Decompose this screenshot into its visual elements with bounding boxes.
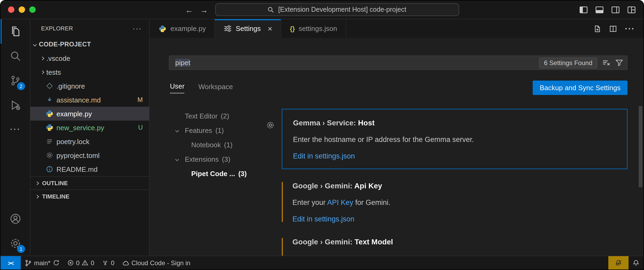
problems-status[interactable]: 0 0 xyxy=(63,256,98,269)
scope-tab-workspace[interactable]: Workspace xyxy=(198,82,233,93)
scope-tab-user[interactable]: User xyxy=(170,82,185,93)
tree-root-code-project[interactable]: CODE-PROJECT xyxy=(30,37,149,51)
python-file-icon xyxy=(45,109,54,118)
clear-search-filters-icon[interactable] xyxy=(602,58,610,67)
file-label: pyproject.toml xyxy=(56,151,100,159)
explorer-title: EXPLORER xyxy=(41,25,73,31)
toc-label: Features xyxy=(185,126,212,134)
tree-file-poetry-lock[interactable]: poetry.lock xyxy=(30,134,149,148)
setting-gear-icon[interactable] xyxy=(266,121,275,132)
more-actions-icon[interactable]: ··· xyxy=(625,24,635,33)
git-branch-status[interactable]: main* xyxy=(21,256,63,269)
timeline-label: TIMELINE xyxy=(42,193,70,200)
file-label: poetry.lock xyxy=(56,137,89,145)
git-status-badge: U xyxy=(138,124,143,131)
tree-file-new-service-py[interactable]: new_service.py U xyxy=(30,121,149,134)
notifications-bell[interactable] xyxy=(629,256,643,269)
root-label: CODE-PROJECT xyxy=(39,41,91,48)
toc-extensions[interactable]: Extensions (3) xyxy=(171,152,273,166)
settings-toc: Text Editor (2) Features (1) Notebook (1… xyxy=(171,109,273,181)
edit-in-settings-json-link[interactable]: Edit in settings.json xyxy=(292,215,617,223)
editor-actions: ··· xyxy=(593,19,643,38)
activity-source-control[interactable]: 2 xyxy=(1,68,30,93)
customize-layout-icon[interactable] xyxy=(627,5,636,14)
open-settings-json-icon[interactable] xyxy=(593,24,601,33)
activity-run-debug[interactable] xyxy=(1,93,30,117)
activity-more[interactable]: ··· xyxy=(1,117,30,142)
run-debug-icon xyxy=(9,99,22,112)
error-count: 0 xyxy=(76,259,79,267)
command-center[interactable]: [Extension Development Host] code-projec… xyxy=(215,3,459,16)
tab-settings[interactable]: Settings × xyxy=(215,19,282,38)
branch-icon xyxy=(25,259,32,267)
go-forward-button[interactable]: → xyxy=(200,6,208,14)
vertical-scrollbar[interactable] xyxy=(639,106,642,187)
split-editor-icon[interactable] xyxy=(609,24,617,33)
explorer-more-actions[interactable]: ··· xyxy=(133,24,142,33)
description-text: Enter your xyxy=(292,198,327,207)
filter-icon[interactable] xyxy=(615,59,623,67)
chevron-down-icon xyxy=(175,157,179,161)
activity-explorer[interactable] xyxy=(1,19,30,44)
source-control-badge: 2 xyxy=(17,82,25,90)
branch-label: main* xyxy=(34,259,50,267)
ports-status[interactable]: 0 xyxy=(98,256,118,269)
folder-label: .vscode xyxy=(46,54,70,62)
close-tab-icon[interactable]: × xyxy=(268,25,272,33)
file-tree: CODE-PROJECT .vscode tests .gitignore as… xyxy=(30,37,149,176)
toc-label: Text Editor xyxy=(185,112,218,120)
minimize-window-button[interactable] xyxy=(19,6,25,13)
tab-example-py[interactable]: example.py xyxy=(150,19,215,38)
cloud-code-status[interactable]: Cloud Code - Sign in xyxy=(118,256,194,269)
activity-search[interactable] xyxy=(1,44,30,68)
tree-folder-vscode[interactable]: .vscode xyxy=(30,51,149,65)
settings-badge: 1 xyxy=(17,245,25,253)
timeline-section-header[interactable]: TIMELINE xyxy=(30,189,149,203)
settings-search-input[interactable]: pipet 6 Settings Found xyxy=(169,55,627,70)
tree-file-gitignore[interactable]: .gitignore xyxy=(30,79,149,93)
warning-icon xyxy=(82,259,89,266)
setting-title: Google › Gemini: Text Model xyxy=(292,237,617,247)
toc-label: Notebook xyxy=(191,141,221,149)
tree-file-readme-md[interactable]: README.md xyxy=(30,162,149,176)
toggle-primary-sidebar-icon[interactable] xyxy=(579,5,588,14)
zoom-window-button[interactable] xyxy=(29,6,36,13)
toc-pipet-code[interactable]: Pipet Code ... (3) xyxy=(171,166,273,181)
activity-bar: 2 ··· 1 xyxy=(1,19,30,256)
close-window-button[interactable] xyxy=(8,6,14,13)
tree-folder-tests[interactable]: tests xyxy=(30,65,149,79)
activity-settings[interactable]: 1 xyxy=(1,231,30,256)
results-count-badge: 6 Settings Found xyxy=(539,57,597,68)
api-key-link[interactable]: API Key xyxy=(327,198,353,207)
do-not-disturb-status[interactable] xyxy=(608,256,629,269)
setting-gemma-service-host[interactable]: Gemma › Service: Host Enter the hostname… xyxy=(282,109,627,169)
toc-notebook[interactable]: Notebook (1) xyxy=(171,138,273,152)
tree-file-pyproject-toml[interactable]: pyproject.toml xyxy=(30,148,149,162)
toc-text-editor[interactable]: Text Editor (2) xyxy=(171,109,273,123)
lock-file-icon xyxy=(45,137,54,146)
error-icon xyxy=(67,259,74,266)
toml-gear-icon xyxy=(45,151,54,160)
status-bar: >< main* 0 0 0 Cloud Code - Sign in xyxy=(1,256,643,269)
activity-accounts[interactable] xyxy=(1,207,30,231)
edit-in-settings-json-link[interactable]: Edit in settings.json xyxy=(293,152,616,160)
tree-file-example-py[interactable]: example.py xyxy=(30,107,149,121)
setting-title: Google › Gemini: Api Key xyxy=(292,181,617,190)
toggle-panel-icon[interactable] xyxy=(595,5,604,14)
toc-features[interactable]: Features (1) xyxy=(171,123,273,138)
outline-section-header[interactable]: OUTLINE xyxy=(30,176,149,189)
tab-label: example.py xyxy=(170,25,206,33)
setting-google-gemini-text-model[interactable]: Google › Gemini: Text Model xyxy=(282,237,627,247)
radio-tower-icon xyxy=(102,259,109,266)
chevron-right-icon xyxy=(40,70,44,74)
setting-google-gemini-api-key[interactable]: Google › Gemini: Api Key Enter your API … xyxy=(282,181,627,223)
toggle-secondary-sidebar-icon[interactable] xyxy=(611,5,620,14)
remote-indicator[interactable]: >< xyxy=(1,256,21,269)
markdown-file-icon xyxy=(45,96,54,104)
backup-sync-settings-button[interactable]: Backup and Sync Settings xyxy=(533,81,627,95)
tab-settings-json[interactable]: {} settings.json xyxy=(281,19,346,38)
explorer-header: EXPLORER ··· xyxy=(30,19,149,37)
setting-category: Gemma › Service: xyxy=(293,118,358,127)
go-back-button[interactable]: ← xyxy=(185,6,193,14)
tree-file-assistance-md[interactable]: assistance.md M xyxy=(30,93,149,107)
